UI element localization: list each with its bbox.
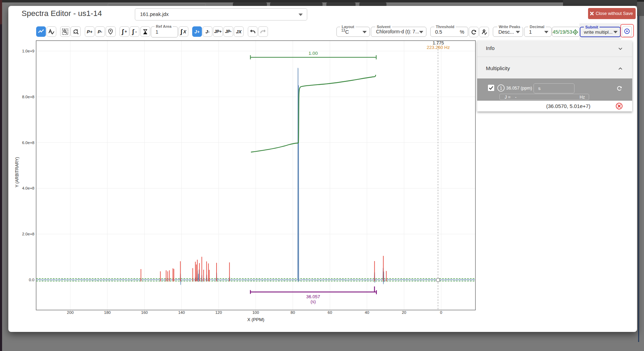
svg-text:(s): (s) — [310, 299, 316, 304]
svg-text:X (PPM): X (PPM) — [247, 317, 264, 322]
svg-text:40: 40 — [365, 310, 369, 315]
svg-text:1: 1 — [500, 85, 502, 90]
svg-text:80: 80 — [291, 310, 295, 315]
svg-text:1.00: 1.00 — [309, 51, 318, 56]
svg-text:Y (ARBITRARY): Y (ARBITRARY) — [15, 157, 19, 187]
svg-text:36.057: 36.057 — [306, 294, 320, 299]
svg-text:4.0e+8: 4.0e+8 — [22, 186, 35, 190]
svg-text:2.0e+8: 2.0e+8 — [22, 232, 35, 236]
svg-text:0.0: 0.0 — [29, 278, 34, 282]
svg-text:1.0e+9: 1.0e+9 — [22, 49, 35, 53]
svg-text:223.260 Hz: 223.260 Hz — [427, 45, 450, 50]
svg-text:140: 140 — [178, 310, 185, 315]
svg-text:160: 160 — [141, 310, 148, 315]
svg-text:6.0e+8: 6.0e+8 — [22, 141, 35, 145]
svg-text:60: 60 — [328, 310, 332, 315]
svg-text:20: 20 — [402, 310, 406, 315]
svg-text:120: 120 — [215, 310, 222, 315]
svg-text:8.0e+8: 8.0e+8 — [22, 95, 35, 99]
svg-text:0: 0 — [440, 310, 442, 315]
svg-text:200: 200 — [67, 310, 74, 315]
svg-text:100: 100 — [252, 310, 259, 315]
svg-text:180: 180 — [104, 310, 111, 315]
